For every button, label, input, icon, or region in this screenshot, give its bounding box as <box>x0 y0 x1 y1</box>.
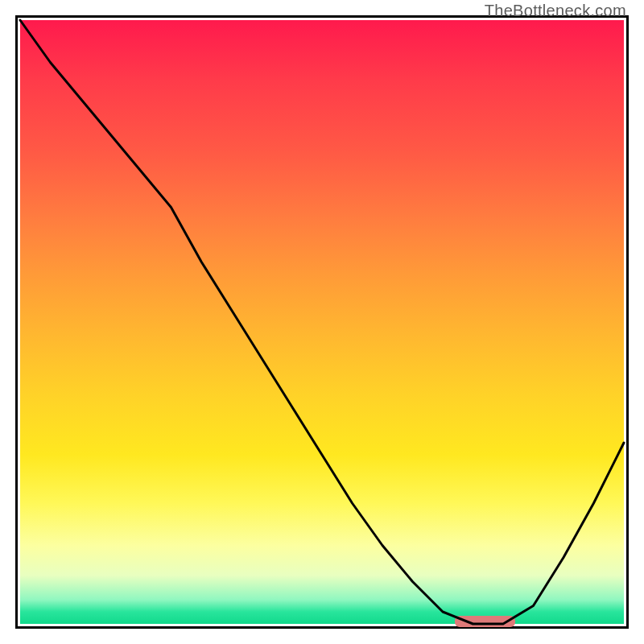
chart-overlay <box>15 15 629 629</box>
bottleneck-curve <box>20 20 624 624</box>
